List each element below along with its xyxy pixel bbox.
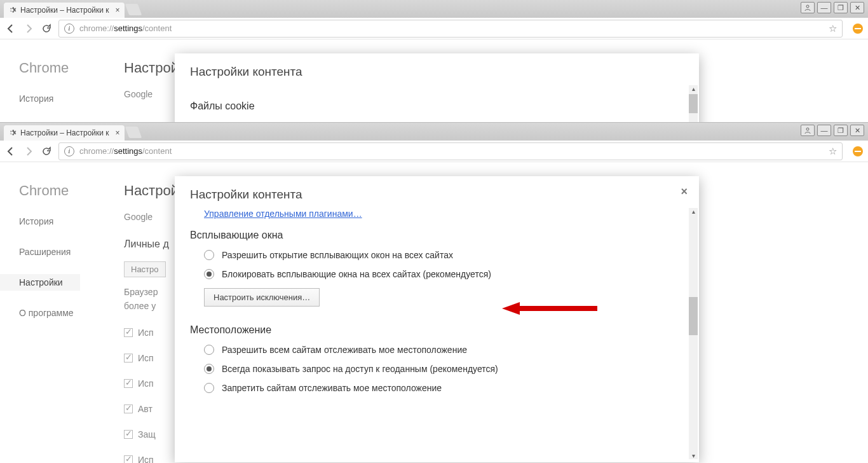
minimize-icon[interactable]: — [817, 2, 831, 13]
extension-icon[interactable] [853, 24, 863, 34]
tab-title: Настройки – Настройки к [20, 128, 114, 137]
titlebar: Настройки – Настройки к × — ❐ ✕ [0, 0, 868, 18]
back-button[interactable] [5, 146, 17, 157]
user-icon[interactable] [801, 125, 815, 136]
sidebar-item-extensions[interactable]: Расширения [19, 244, 80, 260]
toolbar: i chrome://settings/content ☆ [0, 141, 868, 162]
bg-checkbox[interactable] [124, 354, 133, 363]
gear-icon [8, 6, 17, 15]
content-settings-modal: Настройки контента ▴ Файлы cookie [175, 53, 699, 122]
site-info-icon[interactable]: i [64, 146, 74, 156]
bg-checkbox[interactable] [124, 404, 133, 413]
brand-label: Chrome [19, 60, 69, 76]
new-tab-button[interactable] [125, 127, 142, 138]
svg-point-0 [806, 5, 809, 8]
minimize-icon[interactable]: — [817, 125, 831, 136]
tab-title: Настройки – Настройки к [20, 6, 114, 15]
close-tab-icon[interactable]: × [114, 6, 121, 15]
browser-tab[interactable]: Настройки – Настройки к × [4, 3, 125, 18]
manage-plugins-link[interactable]: Управление отдельными плагинами… [204, 209, 362, 219]
location-ask-option[interactable]: Всегда показывать запрос на доступ к гео… [204, 364, 684, 374]
bg-google: Google [124, 212, 153, 222]
close-window-icon[interactable]: ✕ [850, 125, 864, 136]
radio-icon [204, 250, 214, 260]
extension-icon[interactable] [853, 146, 863, 156]
address-bar[interactable]: i chrome://settings/content ☆ [58, 142, 843, 160]
location-allow-option[interactable]: Разрешить всем сайтам отслеживать мое ме… [204, 345, 684, 355]
modal-title: Настройки контента × [175, 176, 699, 208]
restore-icon[interactable]: ❐ [834, 2, 848, 13]
bg-personal: Личные д [124, 238, 169, 250]
bookmark-star-icon[interactable]: ☆ [829, 146, 837, 157]
scrollbar-thumb[interactable] [689, 297, 698, 335]
reload-button[interactable] [41, 146, 52, 157]
page-title: Настрой [124, 60, 179, 76]
content-settings-modal: Настройки контента × ▴ ▾ Управление отде… [175, 176, 699, 462]
cookies-section-title: Файлы cookie [190, 100, 684, 112]
bg-checkbox[interactable] [124, 455, 133, 463]
close-window-icon[interactable]: ✕ [850, 2, 864, 13]
reload-button[interactable] [41, 23, 52, 34]
bg-checkbox[interactable] [124, 328, 133, 337]
sidebar-item-history[interactable]: История [19, 213, 80, 230]
popups-section-title: Всплывающие окна [190, 230, 684, 241]
scroll-up-icon[interactable]: ▴ [688, 208, 699, 215]
gear-icon [8, 128, 17, 137]
bg-checkbox[interactable] [124, 430, 133, 439]
close-tab-icon[interactable]: × [114, 128, 121, 137]
scroll-down-icon[interactable]: ▾ [688, 452, 699, 459]
sidebar-item-history[interactable]: История [19, 90, 60, 107]
brand-label: Chrome [19, 183, 69, 199]
sidebar-item-settings[interactable]: Настройки [0, 274, 80, 291]
scrollbar-thumb[interactable] [689, 94, 698, 113]
location-section-title: Местоположение [190, 324, 684, 336]
forward-button[interactable] [23, 146, 34, 157]
site-info-icon[interactable]: i [64, 24, 74, 34]
bg-button[interactable]: Настро [124, 261, 166, 277]
restore-icon[interactable]: ❐ [834, 125, 848, 136]
user-icon[interactable] [801, 2, 815, 13]
sidebar: История Расширения Настройки О программе [19, 213, 80, 335]
sidebar: История [19, 90, 60, 121]
radio-icon [204, 269, 214, 279]
location-deny-option[interactable]: Запретить сайтам отслеживать мое местопо… [204, 383, 684, 393]
page-title: Настрой [124, 183, 179, 199]
svg-point-1 [806, 128, 809, 130]
forward-button[interactable] [23, 23, 34, 34]
exceptions-button[interactable]: Настроить исключения… [204, 288, 320, 307]
popups-allow-option[interactable]: Разрешить открытие всплывающих окон на в… [204, 250, 684, 260]
toolbar: i chrome://settings/content ☆ [0, 18, 868, 39]
bookmark-star-icon[interactable]: ☆ [829, 23, 837, 34]
bg-browsers: Браузер [124, 287, 158, 297]
titlebar: Настройки – Настройки к × — ❐ ✕ [0, 123, 868, 141]
bg-more: более у [124, 301, 156, 311]
bg-google: Google [124, 89, 153, 99]
popups-block-option[interactable]: Блокировать всплывающие окна на всех сай… [204, 269, 684, 279]
new-tab-button[interactable] [125, 4, 142, 15]
radio-icon [204, 364, 214, 374]
back-button[interactable] [5, 23, 17, 34]
sidebar-item-about[interactable]: О программе [19, 305, 80, 321]
close-modal-icon[interactable]: × [681, 185, 688, 198]
browser-tab[interactable]: Настройки – Настройки к × [4, 125, 125, 141]
bg-checkbox[interactable] [124, 379, 133, 388]
radio-icon [204, 345, 214, 355]
radio-icon [204, 383, 214, 393]
address-bar[interactable]: i chrome://settings/content ☆ [58, 20, 843, 38]
scroll-up-icon[interactable]: ▴ [688, 85, 699, 92]
modal-title: Настройки контента [175, 53, 699, 85]
